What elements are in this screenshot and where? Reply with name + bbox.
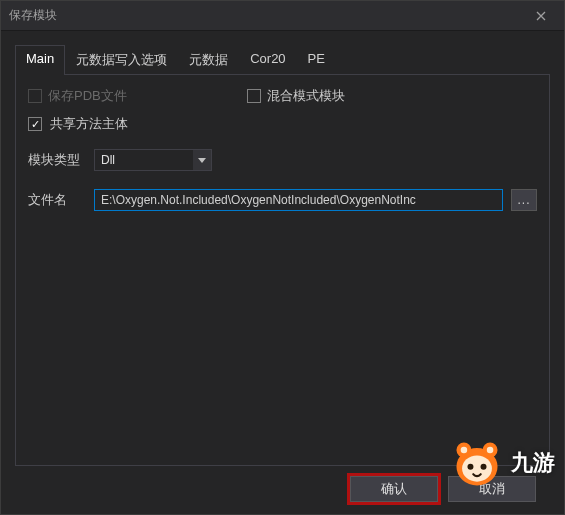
- window-title: 保存模块: [9, 7, 526, 24]
- tab-bar: Main 元数据写入选项 元数据 Cor20 PE: [15, 45, 550, 75]
- module-type-select[interactable]: Dll: [94, 149, 212, 171]
- ok-button[interactable]: 确认: [350, 476, 438, 502]
- tab-pe[interactable]: PE: [297, 45, 336, 75]
- cancel-button[interactable]: 取消: [448, 476, 536, 502]
- browse-button[interactable]: ...: [511, 189, 537, 211]
- titlebar: 保存模块: [1, 1, 564, 31]
- file-name-label: 文件名: [28, 191, 86, 209]
- tab-cor20[interactable]: Cor20: [239, 45, 296, 75]
- share-method-body-checkbox[interactable]: [28, 117, 42, 131]
- tab-metadata-write-options[interactable]: 元数据写入选项: [65, 45, 178, 75]
- close-button[interactable]: [526, 1, 556, 31]
- button-bar: 确认 取消: [15, 466, 550, 514]
- chevron-down-icon: [193, 150, 211, 170]
- module-type-label: 模块类型: [28, 151, 86, 169]
- save-pdb-checkbox: [28, 89, 42, 103]
- file-name-row: 文件名 ...: [28, 189, 537, 211]
- panel-spacer: [28, 221, 537, 453]
- content-area: Main 元数据写入选项 元数据 Cor20 PE 保存PDB文件 混合模式模块…: [1, 31, 564, 514]
- close-icon: [536, 11, 546, 21]
- checkbox-row-2: 共享方法主体: [28, 115, 537, 133]
- mixed-mode-label: 混合模式模块: [267, 87, 345, 105]
- save-module-dialog: 保存模块 Main 元数据写入选项 元数据 Cor20 PE 保存PDB文件 混…: [0, 0, 565, 515]
- mixed-mode-checkbox[interactable]: [247, 89, 261, 103]
- save-pdb-label: 保存PDB文件: [48, 87, 127, 105]
- tab-main[interactable]: Main: [15, 45, 65, 75]
- checkbox-row-1: 保存PDB文件 混合模式模块: [28, 87, 537, 105]
- main-panel: 保存PDB文件 混合模式模块 共享方法主体 模块类型 Dll: [15, 75, 550, 466]
- module-type-row: 模块类型 Dll: [28, 149, 537, 171]
- tab-metadata[interactable]: 元数据: [178, 45, 239, 75]
- module-type-value: Dll: [95, 153, 193, 167]
- share-method-body-label: 共享方法主体: [50, 115, 128, 133]
- file-name-input[interactable]: [94, 189, 503, 211]
